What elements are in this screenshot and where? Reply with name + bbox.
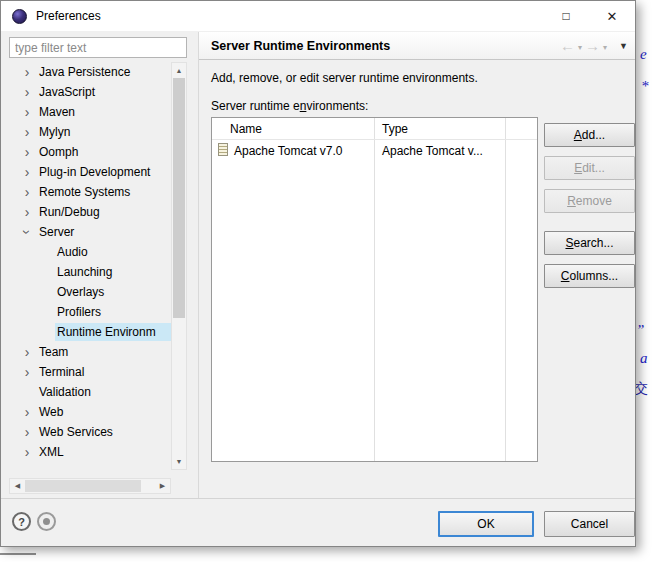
maximize-button[interactable]: □	[543, 1, 589, 31]
tree-label: Validation	[39, 385, 91, 399]
eclipse-icon	[12, 9, 27, 24]
sidebar-item-overlays[interactable]: Overlays	[9, 282, 171, 302]
sidebar-item-java-persistence[interactable]: › Java Persistence	[9, 62, 171, 82]
sidebar-item-plugin-development[interactable]: › Plug-in Development	[9, 162, 171, 182]
sidebar-item-web[interactable]: › Web	[9, 402, 171, 422]
tree-label: Audio	[57, 245, 88, 259]
scroll-left-icon[interactable]: ◀	[11, 479, 24, 493]
tree-label: Launching	[57, 265, 112, 279]
footer-divider	[1, 498, 635, 499]
vertical-scrollbar-thumb[interactable]	[173, 78, 185, 318]
back-icon: ←	[560, 38, 575, 53]
ok-button[interactable]: OK	[438, 511, 534, 537]
columns-button[interactable]: Columns...	[544, 264, 635, 288]
scroll-up-icon[interactable]: ▲	[172, 64, 186, 77]
server-icon	[218, 143, 228, 156]
tree-vertical-scrollbar[interactable]: ▲ ▼	[171, 62, 187, 470]
chevron-right-icon[interactable]: ›	[21, 346, 33, 358]
chevron-right-icon[interactable]: ›	[21, 106, 33, 118]
scroll-right-icon[interactable]: ▶	[156, 479, 169, 493]
cancel-button[interactable]: Cancel	[544, 511, 635, 537]
view-menu-icon[interactable]: ▼	[619, 41, 628, 51]
page-title: Server Runtime Environments	[211, 39, 390, 53]
close-button[interactable]: ✕	[589, 1, 635, 31]
runtime-table: Name Type Apache Tomcat v7.0 Apache Tomc…	[211, 117, 538, 462]
chevron-right-icon[interactable]: ›	[21, 426, 33, 438]
sidebar-item-validation[interactable]: Validation	[9, 382, 171, 402]
forward-dropdown-icon: ▾	[603, 43, 607, 52]
cell-runtime-name: Apache Tomcat v7.0	[234, 144, 343, 158]
preferences-dialog: Preferences □ ✕ › Java Persistence › Jav…	[0, 0, 636, 547]
table-row[interactable]: Apache Tomcat v7.0 Apache Tomcat v...	[212, 140, 537, 160]
background-text-fragment: ”	[636, 322, 644, 339]
sidebar-item-audio[interactable]: Audio	[9, 242, 171, 262]
tree-label: Server	[39, 225, 74, 239]
chevron-right-icon[interactable]: ›	[21, 406, 33, 418]
sidebar-item-run-debug[interactable]: › Run/Debug	[9, 202, 171, 222]
window-controls: □ ✕	[543, 1, 635, 31]
column-header-type[interactable]: Type	[382, 122, 408, 136]
back-dropdown-icon: ▾	[578, 43, 582, 52]
tree-label: Mylyn	[39, 125, 70, 139]
tree-label: Run/Debug	[39, 205, 100, 219]
tree-label: Web Services	[39, 425, 113, 439]
chevron-right-icon[interactable]: ›	[21, 86, 33, 98]
record-icon	[43, 518, 50, 525]
chevron-right-icon[interactable]: ›	[21, 366, 33, 378]
sidebar-item-oomph[interactable]: › Oomph	[9, 142, 171, 162]
chevron-right-icon[interactable]: ›	[21, 446, 33, 458]
chevron-right-icon[interactable]: ›	[21, 126, 33, 138]
tree-label: Oomph	[39, 145, 78, 159]
help-button[interactable]: ?	[12, 512, 31, 531]
column-header-name[interactable]: Name	[230, 122, 262, 136]
edit-button: Edit...	[544, 156, 635, 180]
page-description: Add, remove, or edit server runtime envi…	[211, 71, 478, 85]
tree-label: Overlays	[57, 285, 104, 299]
column-divider[interactable]	[505, 118, 506, 461]
sidebar-item-web-services[interactable]: › Web Services	[9, 422, 171, 442]
chevron-right-icon[interactable]: ›	[21, 186, 33, 198]
filter-input[interactable]	[9, 37, 187, 58]
sidebar-item-remote-systems[interactable]: › Remote Systems	[9, 182, 171, 202]
recorder-button[interactable]	[37, 512, 56, 531]
column-divider[interactable]	[374, 118, 375, 461]
tree-label: Java Persistence	[39, 65, 130, 79]
sidebar-item-mylyn[interactable]: › Mylyn	[9, 122, 171, 142]
forward-icon: →	[585, 38, 600, 53]
background-text-fragment: *	[641, 78, 649, 95]
sidebar-item-server[interactable]: › Server	[9, 222, 171, 242]
chevron-down-icon[interactable]: ›	[21, 226, 33, 238]
remove-button: Remove	[544, 189, 635, 213]
chevron-right-icon[interactable]: ›	[21, 146, 33, 158]
sidebar-item-launching[interactable]: Launching	[9, 262, 171, 282]
background-text-fragment: e	[640, 46, 647, 63]
sidebar-item-team[interactable]: › Team	[9, 342, 171, 362]
chevron-right-icon[interactable]: ›	[21, 66, 33, 78]
chevron-right-icon[interactable]: ›	[21, 206, 33, 218]
chevron-right-icon[interactable]: ›	[21, 166, 33, 178]
tree-label: XML	[39, 445, 64, 459]
runtime-list-label: Server runtime environments:	[211, 99, 368, 113]
preferences-tree[interactable]: › Java Persistence › JavaScript › Maven …	[9, 62, 171, 470]
sidebar-item-terminal[interactable]: › Terminal	[9, 362, 171, 382]
table-header: Name Type	[212, 118, 537, 140]
tree-label: JavaScript	[39, 85, 95, 99]
tree-horizontal-scrollbar[interactable]: ◀ ▶	[9, 478, 171, 494]
sidebar-item-maven[interactable]: › Maven	[9, 102, 171, 122]
tree-label: Remote Systems	[39, 185, 130, 199]
search-button[interactable]: Search...	[544, 231, 635, 255]
tree-label: Team	[39, 345, 68, 359]
horizontal-scrollbar-thumb[interactable]	[25, 480, 141, 492]
window-title: Preferences	[36, 9, 101, 23]
tree-label: Profilers	[57, 305, 101, 319]
sidebar-item-profilers[interactable]: Profilers	[9, 302, 171, 322]
add-button[interactable]: Add...	[544, 123, 635, 147]
sidebar-item-javascript[interactable]: › JavaScript	[9, 82, 171, 102]
tree-label: Maven	[39, 105, 75, 119]
background-rule	[0, 553, 36, 555]
background-text-fragment: 交	[634, 380, 648, 398]
sidebar-item-runtime-environments[interactable]: Runtime Environm	[9, 322, 171, 342]
sidebar-item-xml[interactable]: › XML	[9, 442, 171, 462]
scroll-down-icon[interactable]: ▼	[172, 455, 186, 468]
tree-label: Plug-in Development	[39, 165, 150, 179]
